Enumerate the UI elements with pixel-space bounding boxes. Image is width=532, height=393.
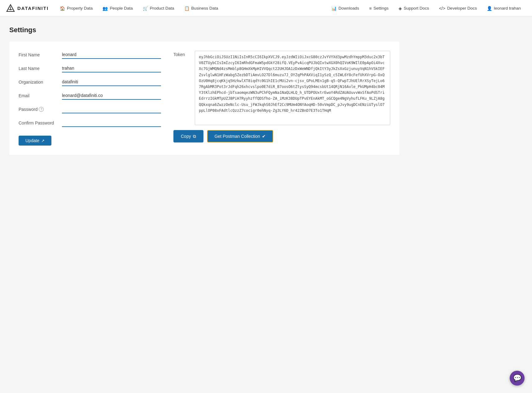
user-icon: 👤	[487, 6, 492, 11]
last-name-input[interactable]	[62, 64, 161, 72]
nav-item-property-data[interactable]: 🏠 Property Data	[55, 0, 98, 17]
copy-button[interactable]: Copy ⧉	[173, 130, 203, 142]
nav-right: 📊 Downloads ≡ Settings ◈ Support Docs </…	[326, 0, 526, 17]
organization-label: Organization	[19, 80, 62, 85]
copy-button-label: Copy	[181, 134, 191, 139]
email-group: Email	[19, 92, 161, 100]
nav-label-business-data: Business Data	[191, 6, 218, 11]
confirm-password-group: Confirm Password	[19, 119, 161, 127]
email-label: Email	[19, 93, 62, 98]
nav-label-property-data: Property Data	[67, 6, 93, 11]
update-icon: ↗	[41, 138, 45, 143]
token-buttons: Copy ⧉ Get Postman Collection ✔	[173, 130, 390, 142]
nav-label-user: leonard trahan	[494, 6, 521, 11]
settings-card: First Name Last Name Organization Email …	[9, 41, 399, 155]
first-name-group: First Name	[19, 51, 161, 59]
page-title: Settings	[9, 26, 523, 34]
nav-item-people-data[interactable]: 👥 People Data	[98, 0, 137, 17]
people-icon: 👥	[102, 6, 108, 11]
main-content: Settings First Name Last Name Organizati…	[0, 17, 532, 164]
update-button-label: Update	[25, 138, 39, 143]
nav-item-settings[interactable]: ≡ Settings	[364, 0, 394, 17]
navbar: DATAFINITI 🏠 Property Data 👥 People Data…	[0, 0, 532, 17]
nav-item-downloads[interactable]: 📊 Downloads	[326, 0, 364, 17]
downloads-icon: 📊	[331, 6, 337, 11]
nav-label-settings: Settings	[373, 6, 389, 11]
cart-icon: 🛒	[143, 6, 148, 11]
password-help-icon[interactable]: ?	[39, 107, 44, 112]
password-group: Password ?	[19, 105, 161, 113]
brand-name: DATAFINITI	[17, 6, 49, 11]
confirm-password-label: Confirm Password	[19, 120, 62, 125]
postman-icon: ✔	[262, 134, 266, 139]
nav-label-developer-docs: Developer Docs	[447, 6, 477, 11]
nav-item-user[interactable]: 👤 leonard trahan	[482, 0, 526, 17]
organization-group: Organization	[19, 78, 161, 86]
password-label: Password ?	[19, 107, 62, 112]
postman-button[interactable]: Get Postman Collection ✔	[207, 130, 273, 142]
last-name-label: Last Name	[19, 66, 62, 71]
organization-input[interactable]	[62, 78, 161, 86]
password-input[interactable]	[62, 105, 161, 113]
nav-item-product-data[interactable]: 🛒 Product Data	[138, 0, 179, 17]
home-icon: 🏠	[60, 6, 65, 11]
form-section: First Name Last Name Organization Email …	[19, 51, 161, 146]
confirm-password-input[interactable]	[62, 119, 161, 127]
developer-icon: </>	[439, 6, 445, 11]
first-name-input[interactable]	[62, 51, 161, 59]
datafiniti-logo-icon	[6, 4, 15, 13]
nav-label-support-docs: Support Docs	[404, 6, 429, 11]
settings-icon: ≡	[369, 6, 372, 11]
update-button[interactable]: Update ↗	[19, 136, 51, 146]
last-name-group: Last Name	[19, 64, 161, 72]
nav-label-people-data: People Data	[110, 6, 133, 11]
copy-icon: ⧉	[193, 134, 196, 139]
nav-item-developer-docs[interactable]: </> Developer Docs	[434, 0, 482, 17]
support-icon: ◈	[399, 6, 402, 11]
token-section: Token eyJhbGciOiJSUzI1NiIsInR5cCI6IkpXVC…	[173, 51, 390, 146]
email-input[interactable]	[62, 92, 161, 100]
nav-label-product-data: Product Data	[150, 6, 174, 11]
token-label: Token	[173, 51, 185, 57]
nav-links: 🏠 Property Data 👥 People Data 🛒 Product …	[55, 0, 326, 17]
business-icon: 📋	[184, 6, 190, 11]
postman-button-label: Get Postman Collection	[215, 134, 260, 139]
first-name-label: First Name	[19, 52, 62, 57]
token-box: eyJhbGciOiJSUzI1NiIsInR5cCI6IkpXVCJ9.eyJ…	[195, 51, 390, 125]
nav-label-downloads: Downloads	[338, 6, 359, 11]
token-row: Token eyJhbGciOiJSUzI1NiIsInR5cCI6IkpXVC…	[173, 51, 390, 125]
password-label-text: Password	[19, 107, 37, 112]
nav-item-support-docs[interactable]: ◈ Support Docs	[394, 0, 434, 17]
brand-logo[interactable]: DATAFINITI	[6, 4, 49, 13]
nav-item-business-data[interactable]: 📋 Business Data	[179, 0, 223, 17]
